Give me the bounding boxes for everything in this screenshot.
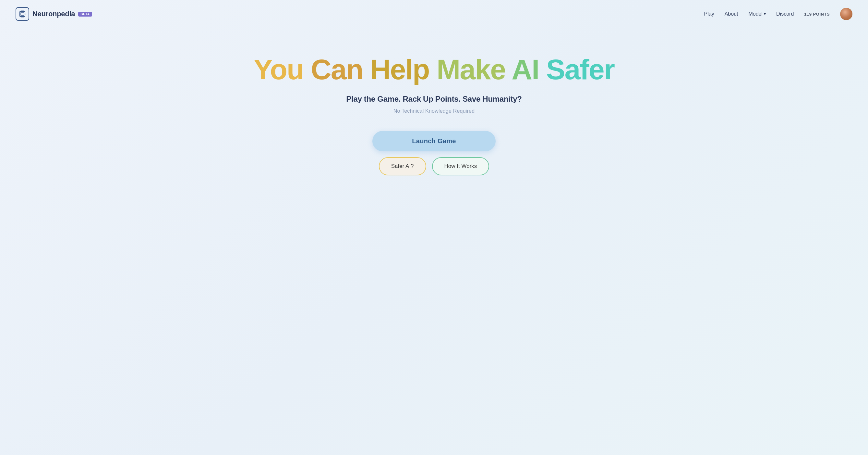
title-word-make: Make [437,53,512,85]
button-group: Launch Game Safer AI? How It Works [372,131,496,175]
nav-model-label: Model [748,11,763,17]
points-display: 119 POINTS [804,12,830,17]
safer-ai-button[interactable]: Safer AI? [379,157,426,175]
logo-area: Neuronpedia BETA [16,7,92,21]
nav-play[interactable]: Play [704,11,714,17]
logo-text: Neuronpedia [32,10,75,18]
hero-subtitle: Play the Game. Rack Up Points. Save Huma… [346,94,522,104]
hero-title: You Can Help Make AI Safer [254,54,614,85]
beta-badge: BETA [78,12,92,17]
hero-tagline: No Technical Knowledge Required [394,108,475,114]
how-it-works-button[interactable]: How It Works [432,157,490,175]
nav-about[interactable]: About [725,11,738,17]
title-word-ai: AI [512,53,546,85]
title-word-can: Can [311,53,370,85]
nav-discord[interactable]: Discord [776,11,794,17]
logo-icon [16,7,29,21]
title-word-you: You [254,53,311,85]
avatar-image [840,8,852,20]
navbar: Neuronpedia BETA Play About Model ▾ Disc… [0,0,868,28]
avatar[interactable] [840,8,852,20]
svg-rect-1 [21,12,24,16]
title-word-safer: Safer [546,53,614,85]
title-word-help: Help [370,53,437,85]
hero-section: You Can Help Make AI Safer Play the Game… [0,28,868,195]
chevron-down-icon: ▾ [764,12,766,16]
nav-links: Play About Model ▾ Discord 119 POINTS [704,8,852,20]
secondary-buttons: Safer AI? How It Works [379,157,490,175]
nav-model[interactable]: Model ▾ [748,11,766,17]
launch-game-button[interactable]: Launch Game [372,131,496,151]
